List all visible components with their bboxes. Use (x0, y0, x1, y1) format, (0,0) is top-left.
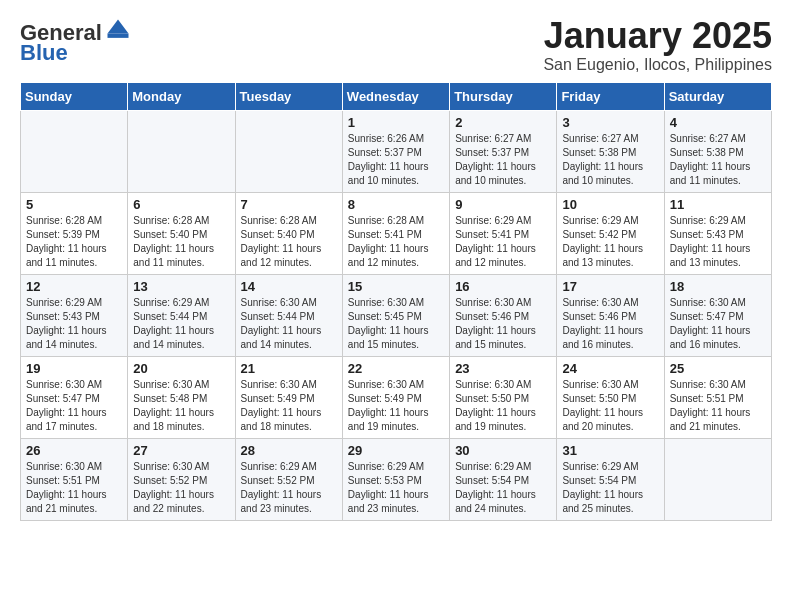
day-number: 14 (241, 279, 337, 294)
day-number: 20 (133, 361, 229, 376)
day-number: 2 (455, 115, 551, 130)
day-number: 21 (241, 361, 337, 376)
day-number: 19 (26, 361, 122, 376)
table-row: 22Sunrise: 6:30 AMSunset: 5:49 PMDayligh… (342, 356, 449, 438)
logo: General Blue (20, 16, 132, 64)
week-row-3: 19Sunrise: 6:30 AMSunset: 5:47 PMDayligh… (21, 356, 772, 438)
logo-blue-text: Blue (20, 42, 68, 64)
day-number: 25 (670, 361, 766, 376)
day-info: Sunrise: 6:30 AMSunset: 5:50 PMDaylight:… (562, 378, 658, 434)
day-info: Sunrise: 6:30 AMSunset: 5:49 PMDaylight:… (241, 378, 337, 434)
table-row: 15Sunrise: 6:30 AMSunset: 5:45 PMDayligh… (342, 274, 449, 356)
day-number: 8 (348, 197, 444, 212)
day-number: 26 (26, 443, 122, 458)
day-info: Sunrise: 6:29 AMSunset: 5:54 PMDaylight:… (562, 460, 658, 516)
day-number: 5 (26, 197, 122, 212)
table-row: 11Sunrise: 6:29 AMSunset: 5:43 PMDayligh… (664, 192, 771, 274)
table-row: 9Sunrise: 6:29 AMSunset: 5:41 PMDaylight… (450, 192, 557, 274)
header-monday: Monday (128, 82, 235, 110)
day-number: 3 (562, 115, 658, 130)
table-row: 6Sunrise: 6:28 AMSunset: 5:40 PMDaylight… (128, 192, 235, 274)
table-row: 7Sunrise: 6:28 AMSunset: 5:40 PMDaylight… (235, 192, 342, 274)
table-row: 27Sunrise: 6:30 AMSunset: 5:52 PMDayligh… (128, 438, 235, 520)
week-row-0: 1Sunrise: 6:26 AMSunset: 5:37 PMDaylight… (21, 110, 772, 192)
table-row: 1Sunrise: 6:26 AMSunset: 5:37 PMDaylight… (342, 110, 449, 192)
day-number: 6 (133, 197, 229, 212)
day-number: 23 (455, 361, 551, 376)
svg-rect-1 (107, 34, 128, 38)
day-number: 30 (455, 443, 551, 458)
day-info: Sunrise: 6:29 AMSunset: 5:41 PMDaylight:… (455, 214, 551, 270)
table-row: 29Sunrise: 6:29 AMSunset: 5:53 PMDayligh… (342, 438, 449, 520)
day-info: Sunrise: 6:29 AMSunset: 5:53 PMDaylight:… (348, 460, 444, 516)
day-info: Sunrise: 6:30 AMSunset: 5:52 PMDaylight:… (133, 460, 229, 516)
table-row: 2Sunrise: 6:27 AMSunset: 5:37 PMDaylight… (450, 110, 557, 192)
table-row: 16Sunrise: 6:30 AMSunset: 5:46 PMDayligh… (450, 274, 557, 356)
day-info: Sunrise: 6:27 AMSunset: 5:38 PMDaylight:… (562, 132, 658, 188)
table-row (21, 110, 128, 192)
day-info: Sunrise: 6:30 AMSunset: 5:51 PMDaylight:… (670, 378, 766, 434)
day-number: 9 (455, 197, 551, 212)
week-row-1: 5Sunrise: 6:28 AMSunset: 5:39 PMDaylight… (21, 192, 772, 274)
day-info: Sunrise: 6:28 AMSunset: 5:40 PMDaylight:… (133, 214, 229, 270)
day-number: 1 (348, 115, 444, 130)
header-saturday: Saturday (664, 82, 771, 110)
day-number: 31 (562, 443, 658, 458)
day-info: Sunrise: 6:29 AMSunset: 5:42 PMDaylight:… (562, 214, 658, 270)
header-thursday: Thursday (450, 82, 557, 110)
header-sunday: Sunday (21, 82, 128, 110)
day-info: Sunrise: 6:29 AMSunset: 5:52 PMDaylight:… (241, 460, 337, 516)
day-info: Sunrise: 6:30 AMSunset: 5:50 PMDaylight:… (455, 378, 551, 434)
day-info: Sunrise: 6:30 AMSunset: 5:47 PMDaylight:… (26, 378, 122, 434)
header-wednesday: Wednesday (342, 82, 449, 110)
month-title: January 2025 (543, 16, 772, 56)
day-info: Sunrise: 6:30 AMSunset: 5:48 PMDaylight:… (133, 378, 229, 434)
table-row: 25Sunrise: 6:30 AMSunset: 5:51 PMDayligh… (664, 356, 771, 438)
table-row: 8Sunrise: 6:28 AMSunset: 5:41 PMDaylight… (342, 192, 449, 274)
table-row: 14Sunrise: 6:30 AMSunset: 5:44 PMDayligh… (235, 274, 342, 356)
week-row-4: 26Sunrise: 6:30 AMSunset: 5:51 PMDayligh… (21, 438, 772, 520)
weekday-header-row: Sunday Monday Tuesday Wednesday Thursday… (21, 82, 772, 110)
title-block: January 2025 San Eugenio, Ilocos, Philip… (543, 16, 772, 74)
table-row: 13Sunrise: 6:29 AMSunset: 5:44 PMDayligh… (128, 274, 235, 356)
table-row: 17Sunrise: 6:30 AMSunset: 5:46 PMDayligh… (557, 274, 664, 356)
table-row: 30Sunrise: 6:29 AMSunset: 5:54 PMDayligh… (450, 438, 557, 520)
day-info: Sunrise: 6:29 AMSunset: 5:54 PMDaylight:… (455, 460, 551, 516)
table-row: 3Sunrise: 6:27 AMSunset: 5:38 PMDaylight… (557, 110, 664, 192)
day-info: Sunrise: 6:29 AMSunset: 5:44 PMDaylight:… (133, 296, 229, 352)
day-number: 17 (562, 279, 658, 294)
table-row: 31Sunrise: 6:29 AMSunset: 5:54 PMDayligh… (557, 438, 664, 520)
table-row: 19Sunrise: 6:30 AMSunset: 5:47 PMDayligh… (21, 356, 128, 438)
table-row: 24Sunrise: 6:30 AMSunset: 5:50 PMDayligh… (557, 356, 664, 438)
table-row: 23Sunrise: 6:30 AMSunset: 5:50 PMDayligh… (450, 356, 557, 438)
day-number: 18 (670, 279, 766, 294)
day-info: Sunrise: 6:29 AMSunset: 5:43 PMDaylight:… (26, 296, 122, 352)
table-row: 12Sunrise: 6:29 AMSunset: 5:43 PMDayligh… (21, 274, 128, 356)
header-friday: Friday (557, 82, 664, 110)
header-tuesday: Tuesday (235, 82, 342, 110)
day-info: Sunrise: 6:28 AMSunset: 5:39 PMDaylight:… (26, 214, 122, 270)
calendar-table: Sunday Monday Tuesday Wednesday Thursday… (20, 82, 772, 521)
day-info: Sunrise: 6:28 AMSunset: 5:40 PMDaylight:… (241, 214, 337, 270)
table-row: 5Sunrise: 6:28 AMSunset: 5:39 PMDaylight… (21, 192, 128, 274)
day-number: 4 (670, 115, 766, 130)
table-row (235, 110, 342, 192)
logo-icon (104, 16, 132, 44)
table-row: 10Sunrise: 6:29 AMSunset: 5:42 PMDayligh… (557, 192, 664, 274)
day-info: Sunrise: 6:30 AMSunset: 5:51 PMDaylight:… (26, 460, 122, 516)
day-info: Sunrise: 6:27 AMSunset: 5:37 PMDaylight:… (455, 132, 551, 188)
week-row-2: 12Sunrise: 6:29 AMSunset: 5:43 PMDayligh… (21, 274, 772, 356)
table-row: 4Sunrise: 6:27 AMSunset: 5:38 PMDaylight… (664, 110, 771, 192)
day-number: 28 (241, 443, 337, 458)
day-info: Sunrise: 6:28 AMSunset: 5:41 PMDaylight:… (348, 214, 444, 270)
day-info: Sunrise: 6:26 AMSunset: 5:37 PMDaylight:… (348, 132, 444, 188)
day-number: 27 (133, 443, 229, 458)
svg-marker-0 (107, 20, 128, 34)
day-number: 16 (455, 279, 551, 294)
table-row (664, 438, 771, 520)
day-info: Sunrise: 6:27 AMSunset: 5:38 PMDaylight:… (670, 132, 766, 188)
page: General Blue January 2025 San Eugenio, I… (0, 0, 792, 612)
day-number: 12 (26, 279, 122, 294)
day-number: 29 (348, 443, 444, 458)
location-title: San Eugenio, Ilocos, Philippines (543, 56, 772, 74)
